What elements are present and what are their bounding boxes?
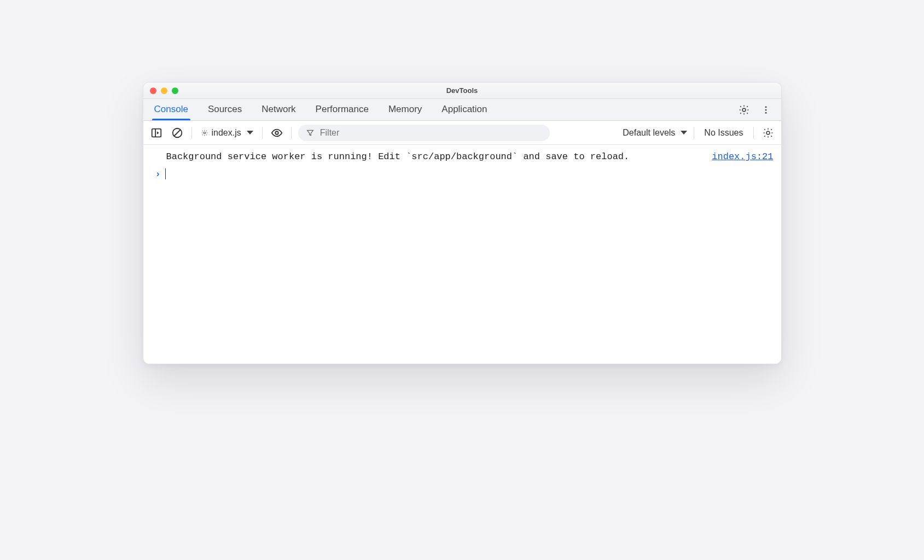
zoom-window-button[interactable]: [172, 88, 178, 94]
settings-button[interactable]: [736, 102, 752, 118]
prompt-caret-icon: ›: [155, 169, 161, 179]
eye-icon: [270, 127, 283, 139]
levels-label: Default levels: [623, 128, 675, 138]
filter-input[interactable]: [320, 128, 542, 138]
sidebar-icon: [150, 127, 162, 139]
log-levels-selector[interactable]: Default levels: [623, 128, 687, 138]
gear-small-icon: [201, 129, 208, 137]
svg-marker-6: [156, 131, 159, 135]
issues-button[interactable]: No Issues: [701, 128, 746, 138]
gear-icon: [738, 104, 750, 116]
tabs-right: [736, 102, 777, 118]
tab-memory[interactable]: Memory: [386, 100, 424, 120]
svg-point-10: [275, 131, 278, 135]
console-output: Background service worker is running! Ed…: [143, 145, 781, 364]
log-source-link[interactable]: index.js:21: [704, 151, 773, 162]
svg-point-3: [765, 112, 766, 113]
divider: [291, 127, 292, 139]
svg-point-11: [766, 131, 770, 135]
traffic-lights: [143, 88, 178, 94]
filter-icon: [306, 129, 315, 137]
context-selector[interactable]: index.js: [199, 127, 255, 139]
clear-console-button[interactable]: [170, 125, 185, 141]
svg-point-1: [765, 106, 766, 108]
console-prompt[interactable]: ›: [151, 165, 774, 179]
tab-application[interactable]: Application: [439, 100, 489, 120]
more-menu-button[interactable]: [758, 102, 774, 118]
tabs: Console Sources Network Performance Memo…: [152, 100, 736, 120]
text-cursor: [165, 168, 166, 179]
svg-line-8: [174, 130, 180, 136]
close-window-button[interactable]: [150, 88, 156, 94]
svg-rect-4: [152, 129, 161, 137]
console-settings-button[interactable]: [760, 125, 776, 141]
divider: [753, 127, 754, 139]
svg-point-0: [742, 108, 746, 112]
filter-box[interactable]: [298, 125, 550, 141]
minimize-window-button[interactable]: [161, 88, 167, 94]
gear-icon: [762, 127, 774, 139]
chevron-down-icon: [247, 131, 253, 135]
window-title: DevTools: [143, 86, 781, 95]
svg-point-9: [204, 132, 206, 134]
log-entry: Background service worker is running! Ed…: [151, 149, 774, 165]
tab-network[interactable]: Network: [259, 100, 298, 120]
divider: [191, 127, 192, 139]
tab-performance[interactable]: Performance: [313, 100, 371, 120]
tab-console[interactable]: Console: [152, 100, 190, 120]
issues-label: No Issues: [704, 128, 743, 137]
clear-icon: [171, 127, 183, 139]
log-message: Background service worker is running! Ed…: [166, 151, 698, 162]
console-toolbar: index.js Default levels: [143, 121, 781, 145]
divider: [262, 127, 263, 139]
tab-sources[interactable]: Sources: [206, 100, 244, 120]
tabs-row: Console Sources Network Performance Memo…: [143, 99, 781, 121]
context-label: index.js: [212, 128, 241, 138]
divider: [694, 127, 694, 139]
live-expression-button[interactable]: [269, 125, 284, 141]
chevron-down-icon: [681, 131, 687, 135]
toggle-sidebar-button[interactable]: [149, 125, 164, 141]
svg-point-2: [765, 109, 766, 110]
devtools-window: DevTools Console Sources Network Perform…: [143, 82, 782, 364]
titlebar: DevTools: [143, 83, 781, 99]
kebab-icon: [761, 104, 771, 116]
